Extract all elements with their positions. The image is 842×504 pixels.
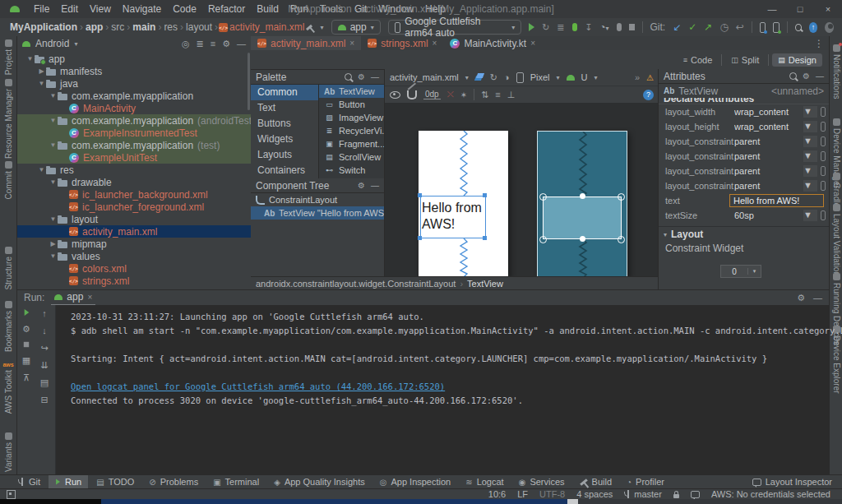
- tree-row-res[interactable]: res: [17, 164, 251, 176]
- stripe-project[interactable]: Project: [0, 39, 16, 75]
- layout-inspector-button[interactable]: Layout Inspector: [752, 477, 842, 487]
- breadcrumb-item[interactable]: main: [131, 21, 157, 33]
- settings-icon[interactable]: [358, 72, 365, 81]
- stripe-gradle[interactable]: Gradle: [830, 173, 842, 207]
- pick-resource-button[interactable]: [821, 181, 826, 191]
- constraint-anchor[interactable]: [580, 193, 585, 199]
- tree-chevron-icon[interactable]: [49, 240, 58, 247]
- tree-row-exampleinstrumentedtest[interactable]: ExampleInstrumentedTest: [17, 127, 251, 139]
- tool-button-git[interactable]: Git: [12, 475, 47, 489]
- tree-row-drawable[interactable]: drawable: [17, 176, 251, 188]
- status-4-spaces[interactable]: 4 spaces: [576, 489, 613, 499]
- attribute-value[interactable]: 60sp: [734, 210, 803, 220]
- warning-icon[interactable]: [646, 73, 654, 82]
- design-file-selector[interactable]: activity_main.xml: [390, 72, 459, 82]
- tree-row-colors-xml[interactable]: colors.xml: [17, 262, 251, 275]
- tree-chevron-icon[interactable]: [49, 178, 58, 186]
- editor-tab-strings-xml[interactable]: strings.xml: [361, 36, 443, 50]
- stripe-structure[interactable]: Structure: [0, 247, 16, 290]
- design-canvas[interactable]: Hello from AWS!: [385, 103, 659, 276]
- tool-button-services[interactable]: Services: [512, 475, 571, 489]
- orientation-icon[interactable]: [490, 72, 497, 83]
- tree-chevron-icon[interactable]: [37, 166, 46, 173]
- attach-debugger-icon[interactable]: [585, 22, 592, 32]
- breadcrumb-item[interactable]: MyApplication: [8, 21, 79, 33]
- search-icon[interactable]: [345, 73, 352, 81]
- component-textview[interactable]: AbTextView "Hello from AWS!": [251, 206, 384, 220]
- project-scrollbar[interactable]: [248, 53, 250, 110]
- menu-build[interactable]: Build: [251, 0, 285, 18]
- tree-chevron-icon[interactable]: [49, 117, 58, 124]
- status-lock-icon[interactable]: [673, 491, 679, 498]
- prev-occurrence-icon[interactable]: [42, 308, 47, 318]
- stripe-layout-validation[interactable]: Layout Validation: [830, 204, 842, 276]
- close-icon[interactable]: [433, 39, 437, 48]
- hide-panel-icon[interactable]: [816, 72, 824, 81]
- device-selector[interactable]: Google Cuttlefish arm64 auto: [388, 20, 521, 35]
- scroll-to-end-icon[interactable]: [40, 360, 48, 370]
- tree-row-values[interactable]: values: [17, 250, 251, 262]
- stripe-bookmarks[interactable]: Bookmarks: [0, 301, 16, 352]
- tool-button-app-quality-insights[interactable]: App Quality Insights: [267, 475, 372, 489]
- dropdown-button[interactable]: [803, 150, 817, 162]
- textview-widget[interactable]: Hello from AWS!: [420, 196, 486, 238]
- tree-row-mipmap[interactable]: mipmap: [17, 238, 251, 250]
- stripe-resource-manager[interactable]: Resource Manager: [0, 79, 16, 159]
- gradle-sync-icon[interactable]: [809, 22, 818, 33]
- tool-button-logcat[interactable]: Logcat: [459, 475, 510, 489]
- stripe-device-explorer[interactable]: Device Explorer: [830, 326, 842, 394]
- collapse-all-icon[interactable]: [210, 39, 215, 49]
- tree-row-mainactivity[interactable]: MainActivity: [17, 102, 251, 114]
- menu-edit[interactable]: Edit: [55, 0, 84, 18]
- tree-row-manifests[interactable]: manifests: [17, 65, 251, 77]
- hide-panel-icon[interactable]: [237, 39, 246, 49]
- settings-icon[interactable]: [222, 39, 230, 49]
- component-constraintlayout[interactable]: ConstraintLayout: [251, 193, 384, 206]
- attribute-value[interactable]: wrap_content: [734, 122, 803, 132]
- menu-refactor[interactable]: Refactor: [202, 0, 251, 18]
- constraint-anchor[interactable]: [618, 236, 625, 243]
- breadcrumb-textview[interactable]: TextView: [467, 279, 503, 289]
- git-push-icon[interactable]: [704, 21, 712, 33]
- stripe-notifications[interactable]: Notifications: [830, 44, 842, 99]
- night-mode-icon[interactable]: [504, 72, 510, 82]
- tool-button-build[interactable]: Build: [573, 475, 618, 489]
- logcat-link[interactable]: Open logcat panel for Google Cuttlefish …: [71, 380, 829, 394]
- palette-item-imageview[interactable]: ImageView: [319, 111, 384, 124]
- selection-handle[interactable]: [483, 236, 487, 240]
- stop-button[interactable]: [629, 24, 635, 30]
- tool-button-todo[interactable]: TODO: [90, 475, 141, 489]
- design-preview-phone[interactable]: Hello from AWS!: [419, 131, 508, 277]
- infer-constraints-icon[interactable]: [460, 90, 467, 99]
- apply-changes-icon[interactable]: [542, 22, 549, 32]
- tree-chevron-icon[interactable]: [37, 80, 46, 87]
- menu-file[interactable]: File: [28, 0, 55, 18]
- tree-row-activity_main-xml[interactable]: activity_main.xml: [17, 225, 251, 238]
- tool-button-app-inspection[interactable]: App Inspection: [373, 475, 458, 489]
- hide-panel-icon[interactable]: [813, 293, 822, 303]
- palette-category-containers[interactable]: Containers: [251, 163, 318, 178]
- print-icon[interactable]: [40, 377, 49, 387]
- api-level-selector[interactable]: U: [581, 72, 588, 82]
- soft-wrap-icon[interactable]: [40, 343, 48, 353]
- tool-button-problems[interactable]: Problems: [142, 475, 205, 489]
- expand-all-icon[interactable]: [196, 39, 203, 49]
- tree-row-com-example-myapplication[interactable]: com.example.myapplication: [17, 90, 251, 102]
- palette-item-button[interactable]: Button: [319, 98, 384, 111]
- constraint-anchor[interactable]: [580, 236, 585, 242]
- hide-panel-icon[interactable]: [371, 72, 379, 81]
- palette-category-common[interactable]: Common: [251, 85, 318, 100]
- breadcrumb-item[interactable]: activity_main.xml: [228, 21, 306, 33]
- pack-icon[interactable]: [481, 90, 488, 100]
- status-lf[interactable]: LF: [517, 489, 528, 499]
- profiler-button[interactable]: [599, 21, 608, 33]
- align-icon[interactable]: [495, 90, 500, 99]
- project-view-selector[interactable]: Android: [35, 38, 69, 49]
- guidelines-icon[interactable]: [507, 90, 516, 100]
- tree-row-app[interactable]: app: [17, 53, 251, 65]
- debug-button[interactable]: [572, 23, 578, 31]
- textview-blueprint[interactable]: [543, 197, 622, 239]
- breadcrumb-item[interactable]: layout: [184, 21, 214, 33]
- view-options-icon[interactable]: [390, 91, 400, 99]
- profile-low-overhead-icon[interactable]: [617, 23, 622, 31]
